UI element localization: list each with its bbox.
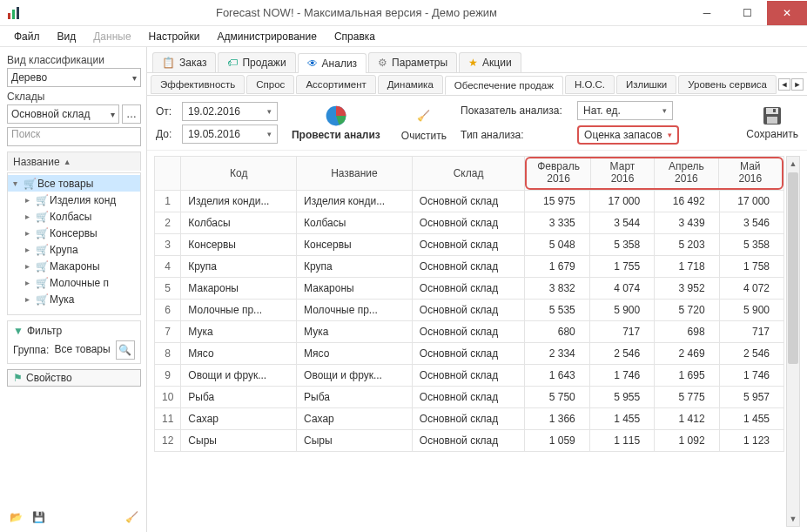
warehouse-more-button[interactable]: … [122, 104, 141, 124]
folder-open-icon[interactable]: 📂 [7, 509, 24, 525]
menu-help[interactable]: Справка [327, 29, 382, 44]
tab-analysis[interactable]: 👁Анализ [298, 53, 367, 73]
clear-button[interactable]: 🧹 Очистить [394, 104, 454, 142]
cell-name: Сахар [297, 407, 413, 429]
table-row[interactable]: 8МясоМясоОсновной склад2 3342 5462 4692 … [154, 342, 783, 364]
month-header[interactable]: Март2016 [590, 158, 654, 188]
run-analysis-button[interactable]: Провести анализ [285, 104, 387, 141]
cell-value: 1 718 [655, 255, 719, 277]
cart-icon: 🛒 [34, 260, 50, 273]
subtab[interactable]: H.O.C. [565, 75, 615, 94]
eye-icon: 👁 [307, 57, 318, 70]
piechart-icon [324, 104, 348, 128]
grid-vertical-scrollbar[interactable]: ▲ ▼ [786, 156, 800, 527]
cell-value: 680 [525, 320, 589, 342]
subtab-scroll-left[interactable]: ◄ [778, 78, 790, 91]
minimize-button[interactable]: ─ [687, 1, 727, 25]
subtab[interactable]: Обеспечение продаж [445, 76, 563, 95]
cell-rownum: 9 [154, 364, 180, 386]
table-row[interactable]: 3КонсервыКонсервыОсновной склад5 0485 35… [154, 233, 783, 255]
subtab[interactable]: Спрос [246, 75, 294, 94]
subtab[interactable]: Динамика [378, 75, 443, 94]
table-row[interactable]: 9Овощи и фрук...Овощи и фрук...Основной … [154, 364, 783, 386]
cell-code: Молочные пр... [181, 299, 297, 320]
subtab[interactable]: Излишки [616, 75, 676, 94]
table-row[interactable]: 11СахарСахарОсновной склад1 3661 4551 41… [154, 407, 783, 429]
tab-sales[interactable]: 🏷Продажи [218, 52, 295, 72]
cell-rownum: 11 [154, 407, 180, 429]
subtab[interactable]: Эффективность [151, 75, 245, 94]
product-tree[interactable]: ▾ 🛒 Все товары ▸🛒Изделия конд▸🛒Колбасы▸🛒… [7, 172, 141, 315]
month-header[interactable]: Май2016 [718, 158, 782, 188]
tree-item[interactable]: ▸🛒Макароны [8, 258, 140, 274]
menu-view[interactable]: Вид [50, 29, 84, 44]
tab-parameters[interactable]: ⚙Параметры [368, 52, 457, 72]
to-date-picker[interactable]: 19.05.2016▾ [182, 125, 278, 144]
warehouse-combo[interactable]: Основной склад▾ [7, 104, 119, 124]
tree-item[interactable]: ▸🛒Крупа [8, 241, 140, 258]
property-button[interactable]: ⚑ Свойство [7, 369, 141, 387]
save-icon[interactable]: 💾 [30, 509, 47, 525]
col-name[interactable]: Название [297, 157, 413, 191]
table-row[interactable]: 7МукаМукаОсновной склад680717698717 [154, 320, 783, 342]
cell-code: Изделия конди... [181, 190, 297, 212]
menu-file[interactable]: Файл [7, 29, 47, 44]
funnel-clear-icon[interactable]: 🧹 [124, 509, 141, 525]
gear-icon: ⚙ [378, 57, 387, 69]
month-header[interactable]: Февраль2016 [527, 158, 589, 188]
menu-data[interactable]: Данные [86, 29, 138, 44]
from-date-picker[interactable]: 19.02.2016▾ [182, 102, 278, 121]
scroll-thumb[interactable] [788, 172, 798, 364]
cell-value: 5 957 [719, 386, 783, 407]
data-grid[interactable]: Код Название Склад Февраль2016Март2016Ап… [154, 156, 784, 452]
cell-name: Изделия конди... [297, 190, 413, 212]
tree-root[interactable]: ▾ 🛒 Все товары [8, 175, 140, 192]
tree-item[interactable]: ▸🛒Изделия конд [8, 192, 140, 208]
menubar: Файл Вид Данные Настройки Администрирова… [0, 26, 807, 47]
svg-rect-6 [767, 117, 777, 124]
scroll-down-icon[interactable]: ▼ [787, 512, 799, 526]
indicator-dropdown[interactable]: Нат. ед.▾ [577, 101, 673, 120]
scroll-up-icon[interactable]: ▲ [787, 157, 799, 171]
subtab[interactable]: Ассортимент [296, 75, 375, 94]
cell-value: 1 115 [589, 429, 654, 451]
tree-item[interactable]: ▸🛒Мука [8, 291, 140, 307]
table-row[interactable]: 4КрупаКрупаОсновной склад1 6791 7551 718… [154, 255, 783, 277]
from-label: От: [156, 105, 177, 118]
search-input[interactable]: Поиск [7, 127, 141, 146]
menu-admin[interactable]: Администрирование [210, 29, 323, 44]
table-row[interactable]: 1Изделия конди...Изделия конди...Основно… [154, 190, 783, 212]
cell-warehouse: Основной склад [412, 233, 525, 255]
table-row[interactable]: 12СырыСырыОсновной склад1 0591 1151 0921… [154, 429, 783, 451]
cell-value: 3 439 [655, 212, 719, 233]
table-row[interactable]: 5МакароныМакароныОсновной склад3 8324 07… [154, 277, 783, 299]
group-search-button[interactable]: 🔍 [116, 340, 135, 360]
save-button[interactable]: Сохранить [746, 105, 798, 140]
menu-settings[interactable]: Настройки [142, 29, 207, 44]
table-row[interactable]: 2КолбасыКолбасыОсновной склад3 3353 5443… [154, 212, 783, 233]
table-row[interactable]: 6Молочные пр...Молочные пр...Основной ск… [154, 299, 783, 320]
subtab-scroll-right[interactable]: ► [791, 78, 804, 91]
tree-item[interactable]: ▸🛒Консервы [8, 225, 140, 241]
top-tabs: 📋Заказ 🏷Продажи 👁Анализ ⚙Параметры ★Акци… [147, 47, 807, 73]
month-header[interactable]: Апрель2016 [654, 158, 717, 188]
close-button[interactable]: ✕ [767, 1, 807, 25]
indicator-label: Показатель анализа: [461, 104, 572, 117]
tab-promo[interactable]: ★Акции [459, 52, 521, 72]
tree-item[interactable]: ▸🛒Молочные п [8, 274, 140, 291]
cell-value: 1 755 [589, 255, 654, 277]
cell-warehouse: Основной склад [412, 364, 525, 386]
group-value: Все товары [54, 344, 111, 355]
classification-combo[interactable]: Дерево▾ [7, 68, 141, 87]
table-row[interactable]: 10РыбаРыбаОсновной склад5 7505 9555 7755… [154, 386, 783, 407]
tab-order[interactable]: 📋Заказ [152, 52, 216, 72]
col-warehouse[interactable]: Склад [412, 157, 525, 191]
tree-header[interactable]: Название▲ [7, 152, 141, 171]
analysis-type-dropdown[interactable]: Оценка запасов▾ [577, 125, 678, 145]
maximize-button[interactable]: ☐ [727, 1, 767, 25]
cell-value: 717 [719, 320, 783, 342]
subtab[interactable]: Уровень сервиса [678, 75, 777, 94]
tree-item[interactable]: ▸🛒Колбасы [8, 208, 140, 225]
cell-name: Овощи и фрук... [297, 364, 413, 386]
col-code[interactable]: Код [181, 157, 297, 191]
